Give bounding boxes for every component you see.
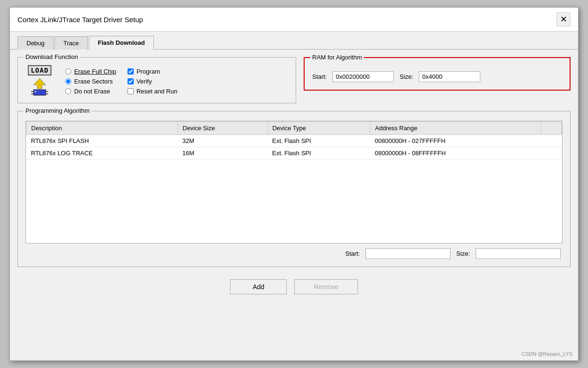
check-group: Program Verify Reset and Run	[128, 68, 178, 95]
col-description: Description	[26, 122, 178, 135]
cell-extra	[541, 147, 562, 159]
prog-start-input[interactable]	[366, 248, 451, 259]
programming-algorithm-group: Programming Algorithm Description Device…	[17, 111, 571, 267]
ram-algorithm-label: RAM for Algorithm	[310, 54, 364, 61]
watermark: CSDN @Reparo_LYS	[521, 351, 572, 357]
table-row[interactable]: RTL876x SPI FLASH 32M Ext. Flash SPI 008…	[26, 135, 562, 147]
svg-point-6	[34, 91, 36, 92]
svg-rect-1	[34, 90, 46, 95]
ram-inner: Start: Size:	[312, 67, 562, 82]
col-device-type: Device Type	[267, 122, 370, 135]
content-area: Download Function LOAD	[10, 50, 578, 309]
table-body: RTL876x SPI FLASH 32M Ext. Flash SPI 008…	[26, 135, 562, 159]
cell-description: RTL876x LOG TRACE	[26, 147, 178, 159]
title-bar: Cortex JLink/JTrace Target Driver Setup …	[10, 8, 578, 32]
table-header: Description Device Size Device Type Addr…	[26, 122, 562, 135]
download-inner: LOAD	[26, 67, 288, 95]
cell-device-type: Ext. Flash SPI	[267, 147, 370, 159]
start-input[interactable]	[332, 71, 394, 82]
tab-debug[interactable]: Debug	[17, 36, 53, 50]
col-extra	[541, 122, 562, 135]
check-verify[interactable]: Verify	[128, 78, 178, 85]
start-label: Start:	[312, 73, 327, 80]
cell-device-size: 32M	[178, 135, 267, 147]
button-row: Add Remove	[17, 275, 571, 302]
remove-button[interactable]: Remove	[294, 279, 358, 294]
check-reset-and-run[interactable]: Reset and Run	[128, 88, 178, 95]
tab-trace[interactable]: Trace	[54, 36, 88, 50]
close-button[interactable]: ✕	[556, 12, 571, 26]
svg-rect-5	[46, 93, 48, 94]
algorithm-table-wrapper: Description Device Size Device Type Addr…	[26, 121, 562, 243]
algorithm-table: Description Device Size Device Type Addr…	[26, 121, 562, 159]
size-label: Size:	[400, 73, 413, 80]
size-input[interactable]	[419, 71, 480, 82]
radio-do-not-erase[interactable]: Do not Erase	[65, 88, 116, 95]
cell-address-range: 08000000H - 08FFFFFFH	[370, 147, 541, 159]
check-program[interactable]: Program	[128, 68, 178, 75]
cell-device-type: Ext. Flash SPI	[267, 135, 370, 147]
download-function-label: Download Function	[24, 53, 80, 60]
tab-flash-download[interactable]: Flash Download	[89, 36, 154, 50]
cell-description: RTL876x SPI FLASH	[26, 135, 178, 147]
cell-extra	[541, 135, 562, 147]
svg-rect-4	[46, 91, 48, 92]
prog-start-label: Start:	[345, 250, 360, 257]
prog-bottom: Start: Size:	[26, 248, 562, 259]
col-device-size: Device Size	[178, 122, 267, 135]
col-address-range: Address Range	[370, 122, 541, 135]
radio-group: Erase Full Chip Erase Sectors Do not Era…	[65, 68, 116, 95]
svg-rect-3	[31, 93, 34, 94]
tab-bar: Debug Trace Flash Download	[10, 32, 578, 50]
dialog: Cortex JLink/JTrace Target Driver Setup …	[9, 7, 579, 361]
ram-algorithm-group: RAM for Algorithm Start: Size:	[304, 57, 571, 91]
dialog-title: Cortex JLink/JTrace Target Driver Setup	[17, 16, 143, 24]
load-graphic	[28, 78, 51, 96]
prog-size-label: Size:	[456, 250, 470, 257]
radio-erase-full-chip[interactable]: Erase Full Chip	[65, 68, 116, 75]
load-icon: LOAD	[26, 67, 54, 95]
cell-device-size: 16M	[178, 147, 267, 159]
add-button[interactable]: Add	[230, 279, 287, 294]
svg-marker-0	[34, 78, 46, 89]
programming-algorithm-label: Programming Algorithm	[24, 107, 92, 114]
table-row[interactable]: RTL876x LOG TRACE 16M Ext. Flash SPI 080…	[26, 147, 562, 159]
download-function-group: Download Function LOAD	[17, 57, 296, 103]
svg-rect-2	[31, 91, 34, 92]
radio-erase-sectors[interactable]: Erase Sectors	[65, 78, 116, 85]
top-row: Download Function LOAD	[17, 57, 571, 103]
prog-size-input[interactable]	[476, 248, 561, 259]
cell-address-range: 00800000H - 027FFFFFH	[370, 135, 541, 147]
